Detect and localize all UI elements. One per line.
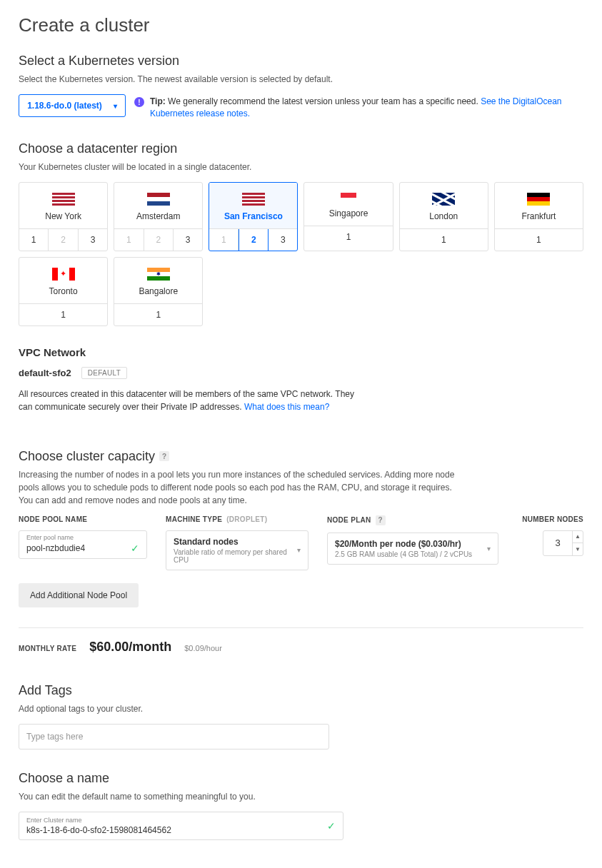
region-sublist: 123 (209, 228, 297, 251)
page-title: Create a cluster (19, 14, 583, 36)
region-select[interactable]: Bangalore (114, 258, 202, 303)
region-select[interactable]: London (400, 183, 488, 228)
pool-name-placeholder: Enter pool name (26, 534, 74, 541)
number-nodes-label: NUMBER NODES (522, 515, 583, 523)
region-select[interactable]: Singapore (304, 183, 392, 226)
chevron-down-icon: ▾ (487, 545, 491, 552)
tags-subtext: Add optional tags to your cluster. (19, 702, 583, 715)
region-sub-option[interactable]: 1 (114, 304, 202, 326)
region-subtext: Your Kubernetes cluster will be located … (19, 161, 583, 173)
divider (19, 627, 583, 628)
tags-input[interactable]: Type tags here (19, 724, 329, 750)
region-sub-option[interactable]: 1 (19, 304, 107, 326)
cluster-name-value: k8s-1-18-6-do-0-sfo2-1598081464562 (26, 825, 171, 835)
region-select[interactable]: Frankfurt (495, 183, 583, 228)
region-select[interactable]: New York (19, 183, 107, 228)
machine-type-label: MACHINE TYPE (DROPLET) (166, 515, 308, 523)
region-sub-option[interactable]: 3 (269, 229, 297, 251)
flag-icon (242, 193, 265, 206)
pool-name-input-wrap[interactable]: Enter pool name ✓ (19, 530, 147, 559)
check-icon: ✓ (327, 820, 336, 832)
capacity-heading: Choose cluster capacity (19, 449, 155, 464)
number-nodes-value: 3 (543, 531, 572, 555)
region-sub-option[interactable]: 1 (495, 229, 583, 251)
region-select[interactable]: San Francisco (209, 183, 297, 228)
region-sub-option: 2 (144, 229, 174, 251)
pool-name-label: NODE POOL NAME (19, 515, 147, 523)
region-sublist: 123 (19, 228, 107, 251)
node-plan-select[interactable]: $20/Month per node ($0.030/hr) 2.5 GB RA… (327, 533, 498, 565)
region-sub-option: 2 (49, 229, 78, 251)
chevron-down-icon: ▾ (114, 102, 117, 110)
flag-icon (52, 268, 75, 281)
region-name: San Francisco (224, 211, 283, 221)
region-sub-option: 1 (114, 229, 144, 251)
node-plan-label: NODE PLAN ? (327, 515, 498, 525)
stepper-down-icon[interactable]: ▼ (573, 543, 583, 555)
region-sublist: 1 (400, 228, 488, 251)
region-card: Amsterdam123 (114, 182, 203, 251)
tags-heading: Add Tags (19, 683, 583, 698)
region-sublist: 1 (114, 303, 202, 326)
region-card: London1 (399, 182, 488, 251)
region-sub-option[interactable]: 1 (19, 229, 49, 251)
region-name: New York (45, 211, 81, 221)
region-card: San Francisco123 (209, 182, 298, 251)
stepper-up-icon[interactable]: ▲ (573, 531, 583, 543)
flag-icon (527, 193, 550, 206)
cluster-name-label: Enter Cluster name (26, 817, 171, 824)
name-subtext: You can edit the default name to somethi… (19, 790, 583, 803)
node-plan-value: $20/Month per node ($0.030/hr) (335, 539, 472, 549)
machine-type-select[interactable]: Standard nodes Variable ratio of memory … (166, 530, 308, 570)
kubernetes-version-value: 1.18.6-do.0 (latest) (27, 101, 102, 111)
version-tip: ! Tip: We generally recommend the latest… (134, 94, 583, 120)
vpc-heading: VPC Network (19, 346, 583, 358)
chevron-down-icon: ▾ (297, 546, 301, 554)
region-card: Singapore1 (303, 182, 393, 251)
kubernetes-version-select[interactable]: 1.18.6-do.0 (latest) ▾ (19, 94, 126, 117)
flag-icon (52, 193, 75, 206)
region-select[interactable]: Amsterdam (114, 183, 202, 228)
region-sub-option[interactable]: 3 (79, 229, 107, 251)
vpc-name: default-sfo2 (19, 368, 71, 378)
region-sublist: 1 (19, 303, 107, 326)
check-icon: ✓ (131, 542, 139, 554)
version-subtext: Select the Kubernetes version. The newes… (19, 73, 583, 86)
add-node-pool-button[interactable]: Add Additional Node Pool (19, 583, 139, 607)
help-icon[interactable]: ? (376, 515, 386, 525)
flag-icon (147, 193, 170, 206)
help-icon[interactable]: ? (159, 451, 169, 461)
region-card: Bangalore1 (114, 257, 203, 326)
flag-icon (432, 193, 455, 206)
flag-icon (147, 268, 170, 281)
name-heading: Choose a name (19, 771, 583, 786)
region-name: Singapore (329, 208, 368, 218)
version-heading: Select a Kubernetes version (19, 54, 583, 69)
pool-name-input[interactable] (26, 543, 126, 553)
region-heading: Choose a datacenter region (19, 141, 583, 156)
region-name: Bangalore (139, 286, 178, 296)
flag-icon (341, 193, 356, 203)
tip-text: We generally recommend the latest versio… (166, 96, 481, 106)
region-sub-option[interactable]: 1 (400, 229, 488, 251)
region-sub-option: 1 (209, 229, 239, 251)
number-nodes-stepper[interactable]: 3 ▲ ▼ (543, 530, 583, 556)
capacity-subtext: Increasing the number of nodes in a pool… (19, 468, 461, 507)
region-name: London (429, 211, 458, 221)
node-plan-sub: 2.5 GB RAM usable (4 GB Total) / 2 vCPUs (335, 550, 472, 558)
region-sub-option[interactable]: 1 (304, 226, 392, 248)
region-card: New York123 (19, 182, 108, 251)
vpc-default-badge: DEFAULT (81, 367, 127, 379)
region-grid: New York123Amsterdam123San Francisco123S… (19, 182, 583, 326)
tip-label: Tip: (150, 96, 166, 106)
region-sub-option[interactable]: 3 (174, 229, 202, 251)
vpc-description: All resources created in this datacenter… (19, 388, 361, 413)
region-name: Toronto (49, 286, 78, 296)
region-card: Frankfurt1 (494, 182, 583, 251)
region-select[interactable]: Toronto (19, 258, 107, 303)
region-sublist: 1 (304, 226, 392, 248)
region-sub-option[interactable]: 2 (239, 229, 269, 251)
vpc-info-link[interactable]: What does this mean? (244, 402, 329, 412)
region-card: Toronto1 (19, 257, 108, 326)
cluster-name-input-wrap[interactable]: Enter Cluster name k8s-1-18-6-do-0-sfo2-… (19, 812, 343, 840)
